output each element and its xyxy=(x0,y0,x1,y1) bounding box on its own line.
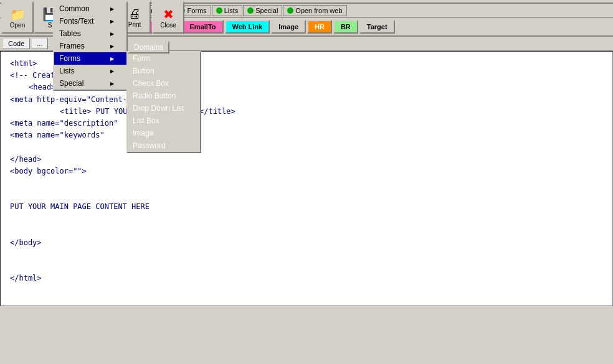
editor-line-16: </body> xyxy=(10,237,603,249)
emailto-button[interactable]: EmailTo xyxy=(183,20,224,34)
submenu-checkbox[interactable]: Check Box xyxy=(128,77,200,90)
tab-special[interactable]: Special xyxy=(243,5,282,16)
editor-line-7: <meta name="keywords" xyxy=(10,129,603,141)
tab-lists-icon xyxy=(216,7,222,14)
editor-line-6: <meta name="description" xyxy=(10,118,603,129)
forms-submenu: Domains Form Button Check Box Radio Butt xyxy=(126,51,201,153)
menu-special[interactable]: Special ▶ xyxy=(54,77,126,90)
target-button[interactable]: Target xyxy=(359,20,395,34)
weblink-button[interactable]: Web Link xyxy=(225,20,270,34)
menu-forms[interactable]: Forms ▶ Domains Form Button xyxy=(54,52,126,65)
image-button[interactable]: Image xyxy=(271,20,306,34)
tab-openfromweb[interactable]: Open from web xyxy=(283,5,346,16)
submenu-radiobutton[interactable]: Radio Button xyxy=(128,90,200,102)
submenu-listbox[interactable]: List Box xyxy=(128,114,200,127)
editor-line-13: PUT YOUR MAIN PAGE CONTENT HERE xyxy=(10,201,603,213)
menu-common[interactable]: Common ▶ xyxy=(54,2,126,15)
editor-line-9: </head> xyxy=(10,154,603,166)
editor-line-10: <body bgcolor=""> xyxy=(10,166,603,177)
misc-button[interactable]: ... xyxy=(31,38,48,49)
menu-frames[interactable]: Frames ▶ xyxy=(54,40,126,52)
submenu-form[interactable]: Form xyxy=(128,52,200,65)
domains-label: Domains xyxy=(128,41,169,54)
tab-lists[interactable]: Lists xyxy=(212,5,243,16)
close-button[interactable]: ✖ Close xyxy=(152,1,184,34)
menu-bar: Common ▶ Fonts/Text ▶ Tables ▶ Frames ▶ … xyxy=(0,0,613,3)
submenu-password[interactable]: Password xyxy=(128,139,200,152)
open-icon: 📁 xyxy=(10,7,26,22)
menu-lists[interactable]: Lists ▶ xyxy=(54,65,126,77)
submenu-image[interactable]: Image xyxy=(128,127,200,139)
submenu-button[interactable]: Button xyxy=(128,65,200,77)
editor-line-19: </html> xyxy=(10,273,603,284)
menu-fontstext[interactable]: Fonts/Text ▶ xyxy=(54,15,126,27)
open-button[interactable]: 📁 Open xyxy=(1,1,34,34)
hr-button[interactable]: HR xyxy=(307,20,332,34)
editor-line-4: <meta http-equiv="Content- xyxy=(10,94,603,106)
menu-item-common[interactable]: Common ▶ Fonts/Text ▶ Tables ▶ Frames ▶ … xyxy=(53,1,128,91)
tab-openfromweb-icon xyxy=(287,7,293,14)
print-icon: 🖨 xyxy=(128,7,141,21)
code-button[interactable]: Code xyxy=(2,38,30,49)
close-icon: ✖ xyxy=(163,7,174,22)
submenu-dropdown[interactable]: Drop Down List xyxy=(128,102,200,114)
menu-tables[interactable]: Tables ▶ xyxy=(54,27,126,40)
tab-special-icon xyxy=(247,7,254,14)
br-button[interactable]: BR xyxy=(333,20,358,34)
